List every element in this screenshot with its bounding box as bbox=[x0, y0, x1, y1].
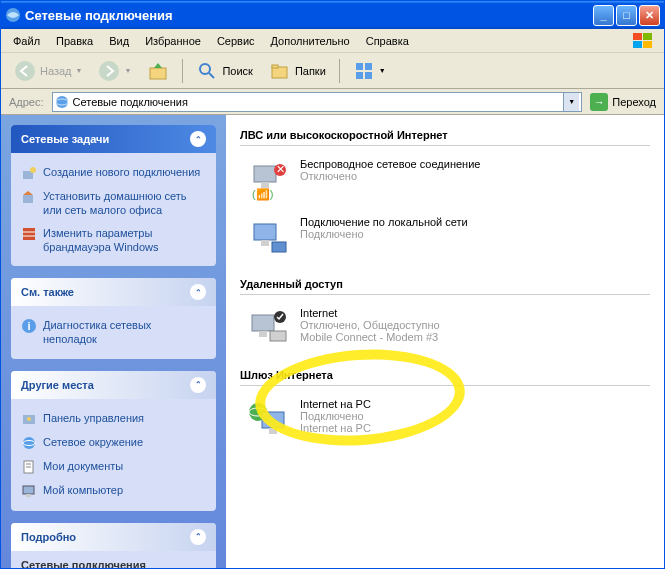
panel-header[interactable]: Другие места ⌃ bbox=[11, 371, 216, 399]
task-firewall[interactable]: Изменить параметры брандмауэра Windows bbox=[21, 222, 206, 259]
svg-rect-1 bbox=[633, 33, 642, 40]
address-bar: Адрес: Сетевые подключения ▼ → Переход bbox=[1, 89, 664, 115]
maximize-button[interactable]: □ bbox=[616, 5, 637, 26]
svg-line-9 bbox=[209, 73, 214, 78]
panel-title: Подробно bbox=[21, 531, 76, 543]
up-button[interactable] bbox=[140, 56, 176, 86]
svg-point-28 bbox=[23, 437, 35, 449]
svg-rect-4 bbox=[643, 41, 652, 48]
connection-status: Подключено bbox=[300, 410, 371, 422]
network-icon bbox=[21, 435, 37, 451]
search-label: Поиск bbox=[222, 65, 252, 77]
address-input[interactable]: Сетевые подключения ▼ bbox=[52, 92, 583, 112]
connection-item-wireless[interactable]: (📶)✕ Беспроводное сетевое соединение Отк… bbox=[240, 154, 650, 206]
place-my-documents[interactable]: Мои документы bbox=[21, 455, 206, 479]
search-icon bbox=[196, 60, 218, 82]
connection-item-gateway[interactable]: Internet на PC Подключено Internet на PC bbox=[240, 394, 650, 446]
separator bbox=[339, 59, 340, 83]
svg-rect-3 bbox=[633, 41, 642, 48]
panel-title: Другие места bbox=[21, 379, 94, 391]
panel-title: Сетевые задачи bbox=[21, 133, 109, 145]
svg-rect-2 bbox=[643, 33, 652, 40]
section-header-lan: ЛВС или высокоскоростной Интернет bbox=[240, 125, 650, 146]
panel-header[interactable]: См. также ⌃ bbox=[11, 278, 216, 306]
panel-see-also: См. также ⌃ i Диагностика сетевых непола… bbox=[11, 278, 216, 359]
lan-connected-icon bbox=[246, 216, 290, 260]
menu-file[interactable]: Файл bbox=[5, 33, 48, 49]
panel-body: Панель управления Сетевое окружение Мои … bbox=[11, 399, 216, 511]
close-button[interactable]: ✕ bbox=[639, 5, 660, 26]
firewall-icon bbox=[21, 226, 37, 242]
minimize-button[interactable]: _ bbox=[593, 5, 614, 26]
chevron-down-icon: ▼ bbox=[379, 67, 386, 74]
svg-rect-49 bbox=[262, 412, 284, 428]
place-network-neighborhood[interactable]: Сетевое окружение bbox=[21, 431, 206, 455]
connection-device: Internet на PC bbox=[300, 422, 371, 434]
panel-body: Создание нового подключения Установить д… bbox=[11, 153, 216, 266]
menu-favorites[interactable]: Избранное bbox=[137, 33, 209, 49]
window-title: Сетевые подключения bbox=[25, 8, 591, 23]
panel-other-places: Другие места ⌃ Панель управления Сетевое… bbox=[11, 371, 216, 511]
computer-icon bbox=[21, 483, 37, 499]
section-header-gateway: Шлюз Интернета bbox=[240, 365, 650, 386]
svg-rect-21 bbox=[23, 228, 35, 240]
home-network-icon bbox=[21, 189, 37, 205]
menu-help[interactable]: Справка bbox=[358, 33, 417, 49]
svg-rect-20 bbox=[23, 195, 33, 203]
connection-item-lan[interactable]: Подключение по локальной сети Подключено bbox=[240, 212, 650, 264]
svg-rect-44 bbox=[259, 331, 267, 337]
svg-rect-7 bbox=[150, 68, 166, 79]
collapse-icon: ⌃ bbox=[190, 377, 206, 393]
panel-header[interactable]: Подробно ⌃ bbox=[11, 523, 216, 551]
svg-rect-13 bbox=[365, 63, 372, 70]
place-control-panel[interactable]: Панель управления bbox=[21, 407, 206, 431]
forward-button[interactable]: ▼ bbox=[91, 56, 138, 86]
folders-label: Папки bbox=[295, 65, 326, 77]
task-new-connection[interactable]: Создание нового подключения bbox=[21, 161, 206, 185]
place-my-computer[interactable]: Мой компьютер bbox=[21, 479, 206, 503]
sidebar: Сетевые задачи ⌃ Создание нового подключ… bbox=[1, 115, 226, 568]
panel-details: Подробно ⌃ Сетевые подключения Системная… bbox=[11, 523, 216, 568]
address-dropdown-button[interactable]: ▼ bbox=[563, 93, 579, 111]
panel-header[interactable]: Сетевые задачи ⌃ bbox=[11, 125, 216, 153]
separator bbox=[182, 59, 183, 83]
folders-button[interactable]: Папки bbox=[262, 56, 333, 86]
connection-status: Отключено bbox=[300, 170, 480, 182]
folder-up-icon bbox=[147, 60, 169, 82]
seealso-label: Диагностика сетевых неполадок bbox=[43, 318, 206, 347]
menu-service[interactable]: Сервис bbox=[209, 33, 263, 49]
address-label: Адрес: bbox=[5, 96, 48, 108]
panel-body: i Диагностика сетевых неполадок bbox=[11, 306, 216, 359]
views-button[interactable]: ▼ bbox=[346, 56, 393, 86]
section-header-dialup: Удаленный доступ bbox=[240, 274, 650, 295]
connection-device: Mobile Connect - Modem #3 bbox=[300, 331, 440, 343]
forward-icon bbox=[98, 60, 120, 82]
svg-rect-45 bbox=[270, 331, 286, 341]
seealso-diagnostics[interactable]: i Диагностика сетевых неполадок bbox=[21, 314, 206, 351]
connection-name: Подключение по локальной сети bbox=[300, 216, 468, 228]
svg-rect-40 bbox=[254, 224, 276, 240]
panel-title: См. также bbox=[21, 286, 74, 298]
back-button[interactable]: Назад ▼ bbox=[7, 56, 89, 86]
chevron-down-icon: ▼ bbox=[76, 67, 83, 74]
svg-rect-12 bbox=[356, 63, 363, 70]
menu-edit[interactable]: Правка bbox=[48, 33, 101, 49]
connection-item-internet[interactable]: Internet Отключено, Общедоступно Mobile … bbox=[240, 303, 650, 355]
svg-point-16 bbox=[56, 96, 68, 108]
task-label: Установить домашнюю сеть или сеть малого… bbox=[43, 189, 206, 218]
titlebar[interactable]: Сетевые подключения _ □ ✕ bbox=[1, 1, 664, 29]
place-label: Сетевое окружение bbox=[43, 435, 143, 449]
svg-text:(📶): (📶) bbox=[252, 187, 273, 201]
svg-text:✕: ✕ bbox=[276, 163, 285, 175]
go-button[interactable]: → Переход bbox=[586, 91, 660, 113]
new-connection-icon bbox=[21, 165, 37, 181]
svg-point-27 bbox=[27, 417, 31, 421]
menu-extra[interactable]: Дополнительно bbox=[263, 33, 358, 49]
search-button[interactable]: Поиск bbox=[189, 56, 259, 86]
go-icon: → bbox=[590, 93, 608, 111]
task-home-network[interactable]: Установить домашнюю сеть или сеть малого… bbox=[21, 185, 206, 222]
address-value: Сетевые подключения bbox=[73, 96, 560, 108]
connection-text: Internet на PC Подключено Internet на PC bbox=[300, 398, 371, 442]
menu-view[interactable]: Вид bbox=[101, 33, 137, 49]
connection-name: Беспроводное сетевое соединение bbox=[300, 158, 480, 170]
